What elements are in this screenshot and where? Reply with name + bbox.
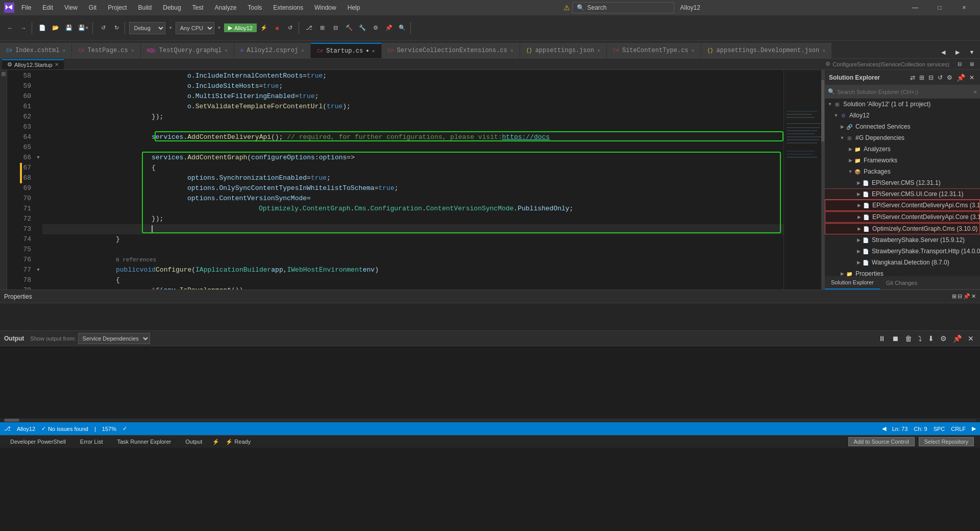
collapse-66-btn[interactable]: ▼ (35, 155, 41, 161)
breadcrumb-tab-close[interactable]: ✕ (55, 62, 59, 67)
tab-close-icon[interactable]: ✕ (225, 47, 228, 54)
menu-debug[interactable]: Debug (159, 0, 185, 15)
menu-file[interactable]: File (17, 0, 35, 15)
tab-testpage[interactable]: C# TestPage.cs ✕ (72, 43, 140, 58)
menu-window[interactable]: Window (310, 0, 340, 15)
menu-test[interactable]: Test (188, 0, 208, 15)
collapse-77-btn[interactable]: ▼ (35, 267, 41, 273)
new-button[interactable]: 📄 (36, 22, 48, 34)
props-btn-3[interactable]: 📌 (963, 293, 970, 300)
breadcrumb-alloy12-tab[interactable]: ⚙ Alloy12.Startup ✕ (2, 59, 64, 69)
tab-appsettings[interactable]: {} appsettings.json ✕ (520, 43, 607, 58)
menu-tools[interactable]: Tools (243, 0, 266, 15)
search-box[interactable]: 🔍 Search (572, 2, 674, 13)
save-button[interactable]: 💾 (63, 22, 75, 34)
minimize-button[interactable]: — (903, 0, 927, 15)
extra-btn-3[interactable]: ⊟ (330, 22, 342, 34)
line-ending[interactable]: CRLF (951, 426, 966, 432)
cursor-column[interactable]: Ch: 9 (914, 426, 927, 432)
se-collapse-all-btn[interactable]: ⊟ (927, 73, 935, 82)
menu-git[interactable]: Git (85, 0, 101, 15)
output-stop-btn[interactable]: ⏹ (890, 333, 901, 344)
se-item-delivery-cms[interactable]: ▶ 📄 EPiServer.ContentDeliveryApi.Cms (3.… (825, 200, 980, 211)
menu-build[interactable]: Build (134, 0, 156, 15)
back-button[interactable]: ← (4, 22, 16, 34)
menu-help[interactable]: Help (344, 0, 364, 15)
maximize-button[interactable]: □ (928, 0, 951, 15)
extra-btn-1[interactable]: ⎇ (303, 22, 315, 34)
se-item-delivery-core[interactable]: ▶ 📄 EPiServer.ContentDeliveryApi.Core (3… (825, 211, 980, 223)
tab-close-icon[interactable]: ✕ (822, 47, 825, 54)
bottom-tab-task-runner[interactable]: Task Runner Explorer (113, 436, 175, 448)
output-scroll-thumb[interactable] (4, 419, 19, 422)
se-item-strawberry-transport[interactable]: ▶ 📄 StrawberryShake.Transport.Http (14.0… (825, 246, 980, 257)
se-item-dependencies[interactable]: ▼ ⊞ #G Dependencies (825, 132, 980, 143)
se-filter-btn[interactable]: ⊞ (918, 73, 926, 82)
tab-dropdown[interactable]: ▼ (966, 46, 978, 58)
se-item-properties[interactable]: ▶ 📁 Properties (825, 268, 980, 276)
undo-button[interactable]: ↺ (97, 22, 109, 34)
se-item-analyzers[interactable]: ▶ 📁 Analyzers (825, 143, 980, 155)
url-link[interactable]: https://docs (502, 132, 550, 142)
tab-close-startup-icon[interactable]: ✕ (372, 48, 375, 54)
props-btn-2[interactable]: ⊟ (958, 293, 962, 300)
zoom-level[interactable]: 157% (102, 426, 116, 432)
tab-index-cshtml[interactable]: C# Index.cshtml ✕ (0, 43, 72, 58)
tab-testquery[interactable]: GQL TestQuery.graphql ✕ (141, 43, 234, 58)
menu-view[interactable]: View (60, 0, 82, 15)
se-item-solution[interactable]: ▼ ⊞ Solution 'Alloy12' (1 of 1 project) (825, 99, 980, 110)
collapse-77[interactable]: ▼ (35, 265, 42, 275)
git-branch[interactable]: Alloy12 (17, 426, 35, 432)
output-source-select[interactable]: Service Dependencies Build Debug (78, 333, 150, 344)
se-item-epicms[interactable]: ▶ 📄 EPiServer.CMS (12.31.1) (825, 177, 980, 188)
output-close-btn[interactable]: ✕ (966, 333, 976, 344)
se-tab-solution-explorer[interactable]: Solution Explorer (825, 276, 880, 289)
se-item-frameworks[interactable]: ▶ 📁 Frameworks (825, 155, 980, 166)
menu-project[interactable]: Project (104, 0, 131, 15)
breadcrumb-split[interactable]: ⊟ (953, 58, 966, 70)
collapse-66[interactable]: ▼ (35, 153, 42, 163)
tab-close-icon[interactable]: ✕ (597, 47, 600, 54)
output-settings-btn[interactable]: ⚙ (938, 333, 949, 344)
run-button[interactable]: ▶ Alloy12 (224, 23, 257, 32)
extra-btn-2[interactable]: ⊞ (316, 22, 329, 34)
breadcrumb-expand[interactable]: ⊞ (966, 58, 978, 70)
se-item-strawberry-server[interactable]: ▶ 📄 StrawberryShake.Server (15.9.12) (825, 234, 980, 246)
tab-startup[interactable]: C# Startup.cs ● ✕ (311, 43, 381, 58)
props-close[interactable]: ✕ (971, 293, 976, 300)
output-pin-btn[interactable]: 📌 (951, 333, 964, 344)
extra-btn-7[interactable]: 📌 (383, 22, 395, 34)
extra-btn-4[interactable]: 🔨 (343, 22, 355, 34)
code-editor[interactable]: 58 59 60 61 62 63 64 65 66 67 68 69 70 7… (7, 70, 824, 289)
close-button[interactable]: × (952, 0, 976, 15)
se-pin-btn[interactable]: 📌 (955, 73, 967, 83)
menu-edit[interactable]: Edit (38, 0, 57, 15)
se-refresh-btn[interactable]: ↺ (936, 73, 944, 82)
scrollbar-thumb[interactable] (821, 80, 824, 141)
tab-close-icon[interactable]: ✕ (692, 47, 695, 54)
se-item-contentgraph[interactable]: ▶ 📄 Optimizely.ContentGraph.Cms (3.10.0) (825, 223, 980, 234)
forward-button[interactable]: → (17, 22, 30, 34)
output-pause-btn[interactable]: ⏸ (876, 333, 888, 344)
tab-serviceextensions[interactable]: C# ServiceCollectionExtensions.cs ✕ (382, 43, 520, 58)
restart-button[interactable]: ↺ (284, 22, 297, 34)
tab-appsettings-dev[interactable]: {} appsettings.Development.json ✕ (701, 43, 832, 58)
menu-analyze[interactable]: Analyze (211, 0, 241, 15)
stop-button[interactable]: ■ (271, 22, 283, 34)
se-item-packages[interactable]: ▼ 📦 Packages (825, 166, 980, 177)
platform-select[interactable]: Any CPU (176, 22, 214, 34)
tab-close-icon[interactable]: ✕ (131, 47, 134, 54)
tab-close-icon[interactable]: ✕ (510, 47, 513, 54)
se-item-wangkanai[interactable]: ▶ 📄 Wangkanai.Detection (8.7.0) (825, 257, 980, 268)
tab-close-icon[interactable]: ✕ (301, 47, 304, 54)
se-item-project[interactable]: ▼ ⚙ Alloy12 (825, 110, 980, 121)
output-clear-btn[interactable]: 🗑 (903, 333, 914, 344)
select-repository-button[interactable]: Select Repository (919, 437, 974, 446)
tab-csproj[interactable]: ⚙ Alloy12.csproj ✕ (234, 43, 311, 58)
cursor-position[interactable]: Ln: 73 (892, 426, 908, 432)
output-scroll-btn[interactable]: ⬇ (926, 333, 936, 344)
encoding[interactable]: SPC (934, 426, 945, 432)
bottom-tab-output[interactable]: Output (181, 436, 206, 448)
tab-scroll-right[interactable]: ▶ (951, 46, 964, 58)
output-wrap-btn[interactable]: ⤵ (916, 333, 924, 344)
